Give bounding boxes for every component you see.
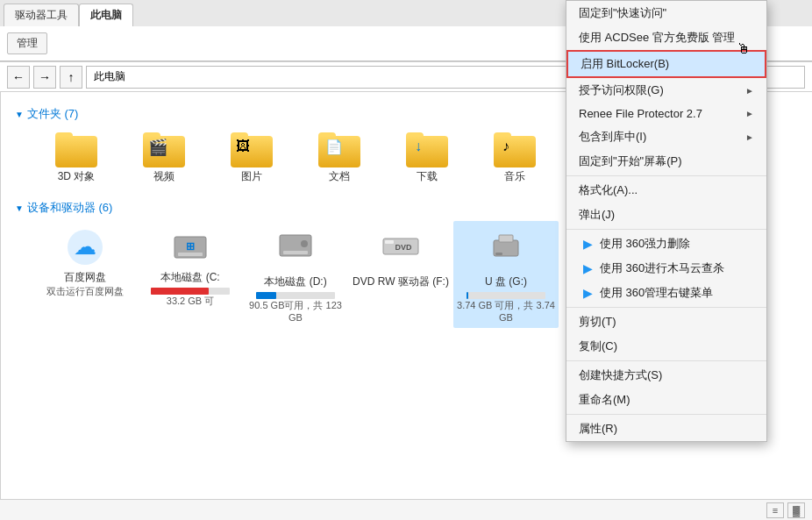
- ctx-copy[interactable]: 复制(C): [566, 334, 766, 359]
- view-list-button[interactable]: ≡: [766, 502, 784, 518]
- forward-button[interactable]: →: [33, 66, 56, 89]
- folder-3d[interactable]: 3D 对象: [32, 127, 120, 189]
- ctx-360-manage-label: 使用 360管理右键菜单: [600, 285, 754, 301]
- ctx-include-library-label: 包含到库中(I): [579, 129, 745, 145]
- drive-usb-bar-wrap: [467, 292, 545, 299]
- drive-usb[interactable]: U 盘 (G:) 3.74 GB 可用，共 3.74 GB: [453, 221, 559, 328]
- ctx-grant-access-arrow: ►: [745, 86, 754, 96]
- drive-c[interactable]: ⊞ 本地磁盘 (C: 33.2 GB 可: [138, 221, 243, 328]
- folder-pictures[interactable]: 🖼 图片: [208, 127, 296, 189]
- folder-video[interactable]: 🎬 视频: [120, 127, 208, 189]
- ctx-eject[interactable]: 弹出(J): [566, 203, 766, 227]
- folder-downloads-label: 下载: [417, 169, 438, 184]
- ctx-pin-start-label: 固定到"开始"屏幕(P): [579, 153, 754, 169]
- drive-c-bar-wrap: [151, 288, 230, 295]
- ctx-cut[interactable]: 剪切(T): [566, 310, 766, 334]
- folder-video-label: 视频: [153, 169, 175, 184]
- ctx-eject-label: 弹出(J): [579, 207, 754, 223]
- ctx-sep-3: [566, 307, 766, 308]
- back-button[interactable]: ←: [7, 66, 30, 89]
- svg-point-7: [301, 240, 308, 247]
- folder-music-label: 音乐: [504, 169, 525, 184]
- tab-drive-tools[interactable]: 驱动器工具: [4, 4, 79, 26]
- ctx-360-trojan-icon: ▶: [579, 261, 596, 275]
- manage-button[interactable]: 管理: [7, 32, 47, 54]
- ctx-360-manage[interactable]: ▶ 使用 360管理右键菜单: [566, 281, 766, 305]
- ctx-acdsee-label: 使用 ACDSee 官方免费版 管理: [579, 30, 754, 46]
- ctx-360-delete-label: 使用 360强力删除: [600, 236, 754, 252]
- ctx-format[interactable]: 格式化(A)...: [566, 178, 766, 203]
- folder-downloads-icon: ↓: [406, 132, 448, 167]
- drive-baidu[interactable]: ☁ 百度网盘 双击运行百度网盘: [32, 221, 138, 328]
- baidu-label: 百度网盘: [64, 270, 106, 285]
- svg-rect-6: [283, 251, 308, 254]
- folder-3d-icon: [55, 132, 97, 167]
- ctx-bitlocker[interactable]: 启用 BitLocker(B): [566, 50, 766, 78]
- svg-rect-9: [385, 240, 394, 244]
- drive-c-bar: [151, 288, 209, 295]
- ctx-360-delete-icon: ▶: [579, 237, 596, 251]
- ctx-create-shortcut-label: 创建快捷方式(S): [579, 367, 754, 383]
- up-button[interactable]: ↑: [60, 66, 82, 89]
- folder-pictures-icon: 🖼: [231, 132, 273, 167]
- usb-icon: [485, 226, 527, 273]
- dvd-icon: DVD: [380, 226, 422, 273]
- folder-docs-label: 文档: [329, 169, 350, 184]
- svg-text:☁: ☁: [74, 233, 96, 260]
- folder-music[interactable]: ♪ 音乐: [471, 127, 559, 189]
- ctx-360-trojan[interactable]: ▶ 使用 360进行木马云查杀: [566, 256, 766, 281]
- context-menu: 固定到"快速访问" 使用 ACDSee 官方免费版 管理 启用 BitLocke…: [566, 0, 767, 442]
- devices-collapse-arrow: ▼: [15, 203, 24, 213]
- baidu-icon: ☁: [64, 226, 106, 268]
- folder-downloads[interactable]: ↓ 下载: [383, 127, 471, 189]
- ctx-format-label: 格式化(A)...: [579, 182, 754, 198]
- svg-rect-3: [178, 253, 203, 256]
- ctx-rename[interactable]: 重命名(M): [566, 388, 766, 412]
- folder-video-icon: 🎬: [143, 132, 185, 167]
- address-input[interactable]: [86, 66, 635, 89]
- view-grid-button[interactable]: ▓: [787, 502, 805, 518]
- drive-usb-label: U 盘 (G:): [485, 274, 527, 289]
- svg-text:DVD: DVD: [395, 243, 412, 252]
- ctx-create-shortcut[interactable]: 创建快捷方式(S): [566, 363, 766, 388]
- drive-c-label: 本地磁盘 (C:: [160, 270, 219, 285]
- drive-usb-bar: [467, 292, 468, 299]
- folders-header-label: 文件夹 (7): [27, 106, 79, 122]
- ctx-properties[interactable]: 属性(R): [566, 417, 766, 441]
- folder-docs-icon: 📄: [318, 132, 360, 167]
- folders-collapse-arrow: ▼: [15, 110, 24, 119]
- drive-c-size: 33.2 GB 可: [167, 295, 214, 308]
- ctx-bitlocker-label: 启用 BitLocker(B): [581, 56, 752, 72]
- win-disk-icon: ⊞: [169, 226, 211, 268]
- ctx-cut-label: 剪切(T): [579, 314, 754, 330]
- ctx-pin-quick[interactable]: 固定到"快速访问": [566, 1, 766, 25]
- ctx-renee[interactable]: Renee File Protector 2.7 ►: [566, 103, 766, 125]
- ctx-grant-access-label: 授予访问权限(G): [579, 82, 745, 98]
- drive-d-bar-wrap: [256, 292, 335, 299]
- ctx-sep-1: [566, 175, 766, 176]
- ctx-grant-access[interactable]: 授予访问权限(G) ►: [566, 78, 766, 103]
- ctx-acdsee[interactable]: 使用 ACDSee 官方免费版 管理: [566, 25, 766, 50]
- tab-this-pc[interactable]: 此电脑: [79, 4, 133, 26]
- folder-docs[interactable]: 📄 文档: [296, 127, 383, 189]
- ctx-sep-5: [566, 414, 766, 415]
- status-right: ≡ ▓: [766, 502, 805, 518]
- ctx-pin-start[interactable]: 固定到"开始"屏幕(P): [566, 149, 766, 174]
- ctx-include-library-arrow: ►: [745, 132, 754, 142]
- drive-dvd[interactable]: DVD DVD RW 驱动器 (F:): [348, 221, 453, 328]
- drive-d-size: 90.5 GB可用，共 123 GB: [246, 299, 345, 323]
- ctx-renee-arrow: ►: [745, 109, 754, 118]
- folder-music-icon: ♪: [494, 132, 536, 167]
- ctx-include-library[interactable]: 包含到库中(I) ►: [566, 125, 766, 149]
- drive-d-bar: [256, 292, 276, 299]
- svg-rect-12: [499, 235, 513, 242]
- ctx-copy-label: 复制(C): [579, 338, 754, 354]
- svg-text:⊞: ⊞: [186, 240, 195, 253]
- ctx-renee-label: Renee File Protector 2.7: [579, 107, 745, 120]
- drive-usb-size: 3.74 GB 可用，共 3.74 GB: [457, 299, 555, 323]
- ctx-360-delete[interactable]: ▶ 使用 360强力删除: [566, 232, 766, 256]
- drive-dvd-label: DVD RW 驱动器 (F:): [353, 274, 449, 289]
- folder-pictures-label: 图片: [241, 169, 262, 184]
- ctx-pin-quick-label: 固定到"快速访问": [579, 5, 754, 21]
- drive-d[interactable]: 本地磁盘 (D:) 90.5 GB可用，共 123 GB: [243, 221, 348, 328]
